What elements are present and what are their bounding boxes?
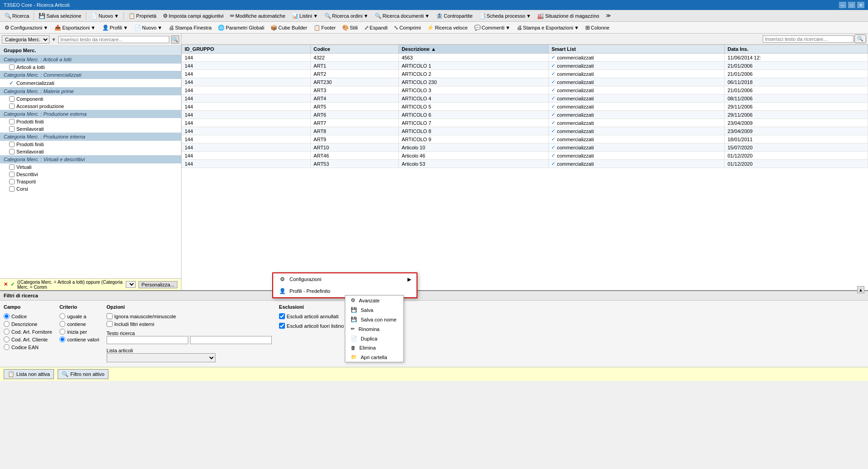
table-row[interactable]: 144ART3ARTICOLO 3✓commercializzati21/01/… xyxy=(182,86,868,94)
checkbox-articoli-lotti[interactable] xyxy=(9,64,15,70)
radio-uguale[interactable] xyxy=(59,313,65,319)
nuovo2-btn[interactable]: 📄 Nuovo ▼ xyxy=(132,23,165,33)
colonne-btn[interactable]: ⊞ Colonne xyxy=(583,23,612,33)
table-row[interactable]: 144ART230ARTICOLO 230✓commercializzati06… xyxy=(182,78,868,86)
lista-non-attiva-button[interactable]: 📋 Lista non attiva xyxy=(4,369,54,379)
checkbox-virtuali[interactable] xyxy=(9,164,15,170)
esportazioni-btn[interactable]: 📤 Esportazioni ▼ xyxy=(52,23,98,33)
table-row[interactable]: 144ART7ARTICOLO 7✓commercializzati23/04/… xyxy=(182,119,868,127)
table-row[interactable]: 144ART53Articolo 53✓commercializzati01/1… xyxy=(182,160,868,168)
modifiche-auto-button[interactable]: ✏ Modifiche automatiche xyxy=(227,11,288,21)
category-articoli-lotti[interactable]: Categoria Merc. : Articoli a lotti xyxy=(0,55,181,64)
extra-button[interactable]: ≫ xyxy=(603,11,614,21)
table-row[interactable]: 14443224563✓commercializzati11/06/2014 1… xyxy=(182,54,868,62)
close-button[interactable]: ✕ xyxy=(857,2,864,8)
category-materie-prime[interactable]: Categoria Merc. : Materie prime xyxy=(0,87,181,95)
tree-item-accessori[interactable]: Accessori produzione xyxy=(0,103,181,110)
col-data-ins[interactable]: Data Ins. xyxy=(725,45,868,54)
profili-btn[interactable]: 👤 Profili ▼ xyxy=(99,23,131,33)
table-row[interactable]: 144ART6ARTICOLO 6✓commercializzati29/11/… xyxy=(182,111,868,119)
personalizza-button[interactable]: Personalizza... xyxy=(138,281,177,288)
stampa-esp-btn[interactable]: 🖨 Stampa e Esportazioni ▼ xyxy=(514,23,582,33)
tree-item-prodotti-finiti-int[interactable]: Prodotti finiti xyxy=(0,141,181,148)
checkbox-prodotti-finiti-est[interactable] xyxy=(9,119,15,124)
filtro-non-attivo-button[interactable]: 🔍 Filtro non attivo xyxy=(58,369,108,379)
radio-contiene-valori[interactable] xyxy=(59,336,65,342)
ricerca-button[interactable]: 🔍 Ricerca xyxy=(2,11,32,21)
tree-item-virtuali[interactable]: Virtuali xyxy=(0,163,181,171)
ricerca-doc-button[interactable]: 🔍 Ricerca documenti ▼ xyxy=(372,11,432,21)
checkbox-componenti[interactable] xyxy=(9,96,15,102)
sub-apri-cartella[interactable]: 📁 Apri cartella xyxy=(345,352,403,362)
sub-duplica[interactable]: 📄 Duplica xyxy=(345,334,403,343)
radio-cod-fornitore[interactable] xyxy=(4,329,10,335)
stili-btn[interactable]: 🎨 Stili xyxy=(339,23,361,33)
checkbox-semilavorati-int[interactable] xyxy=(9,149,15,154)
filter-mode-select[interactable] xyxy=(126,281,136,288)
category-filter-select[interactable]: Categoria Merc. xyxy=(2,35,49,44)
tree-item-descrittivi[interactable]: Descrittivi xyxy=(0,171,181,178)
contropartite-button[interactable]: 🏦 Contropartite xyxy=(433,11,476,21)
sub-salva[interactable]: 💾 Salva xyxy=(345,305,403,315)
ignore-case-checkbox[interactable] xyxy=(107,313,113,319)
col-codice[interactable]: Codice xyxy=(311,45,399,54)
filter-apply-button[interactable]: ✓ xyxy=(10,281,15,287)
parametri-globali-btn[interactable]: 🌐 Parametri Globali xyxy=(215,23,267,33)
listini-button[interactable]: 📊 Listini ▼ xyxy=(289,11,321,21)
footer-btn[interactable]: 📋 Footer xyxy=(311,23,338,33)
nuovo-button[interactable]: 📄 Nuovo ▼ xyxy=(88,11,122,21)
minimize-button[interactable]: – xyxy=(839,2,846,8)
col-smart-list[interactable]: Smart List xyxy=(549,45,725,54)
filter-clear-button[interactable]: ✕ xyxy=(4,281,8,287)
table-row[interactable]: 144ART8ARTICOLO 8✓commercializzati23/04/… xyxy=(182,127,868,135)
testo-ricerca-input[interactable] xyxy=(107,336,188,344)
checkbox-fuori-listino[interactable] xyxy=(279,323,285,329)
includi-filtri-checkbox[interactable] xyxy=(107,321,113,327)
salva-selezione-button[interactable]: 💾 Salva selezione xyxy=(36,11,84,21)
table-row[interactable]: 144ART5ARTICOLO 5✓commercializzati29/11/… xyxy=(182,103,868,111)
expand-bottom-button[interactable]: ▲ xyxy=(857,286,864,293)
tree-item-semilavorati-est[interactable]: Semilavorati xyxy=(0,125,181,133)
table-row[interactable]: 144ART4ARTICOLO 4✓commercializzati08/11/… xyxy=(182,94,868,103)
sub-rinomina[interactable]: ✏ Rinomina xyxy=(345,324,403,334)
checkbox-descrittivi[interactable] xyxy=(9,172,15,177)
context-configurazioni[interactable]: ⚙ Configurazioni ▶ xyxy=(273,273,417,285)
tree-item-commercializzati[interactable]: ✓ Commercializzati xyxy=(0,79,181,87)
tree-item-trasporti[interactable]: Trasporti xyxy=(0,178,181,185)
checkbox-trasporti[interactable] xyxy=(9,179,15,184)
ricerca-ordini-button[interactable]: 🔍 Ricerca ordini ▼ xyxy=(322,11,371,21)
category-produzione-esterna[interactable]: Categoria Merc. : Produzione esterna xyxy=(0,110,181,118)
checkbox-annullati[interactable] xyxy=(279,313,285,319)
right-search-button[interactable]: 🔍 xyxy=(854,35,866,43)
checkbox-corsi[interactable] xyxy=(9,186,15,192)
col-id-gruppo[interactable]: ID_GRUPPO xyxy=(182,45,311,54)
comprimi-btn[interactable]: ⤡ Comprimi xyxy=(391,23,423,33)
sub-elimina[interactable]: 🗑 Elimina xyxy=(345,343,403,352)
tree-item-corsi[interactable]: Corsi xyxy=(0,185,181,193)
proprieta-button[interactable]: 📋 Proprietà xyxy=(126,11,159,21)
scheda-processo-button[interactable]: 📑 Scheda processo ▼ xyxy=(476,11,534,21)
left-search-button[interactable]: 🔍 xyxy=(171,35,179,44)
checkbox-prodotti-finiti-int[interactable] xyxy=(9,142,15,147)
checkbox-accessori[interactable] xyxy=(9,104,15,109)
tree-item-articoli-lotti[interactable]: Articoli a lotti xyxy=(0,64,181,71)
right-search-input[interactable] xyxy=(763,35,853,43)
radio-descrizione[interactable] xyxy=(4,321,10,327)
ricerca-veloce-btn[interactable]: ⚡ Ricerca veloce xyxy=(424,23,470,33)
category-produzione-interna[interactable]: Categoria Merc. : Produzione interna xyxy=(0,133,181,141)
table-row[interactable]: 144ART10Articolo 10✓commercializzati15/0… xyxy=(182,143,868,152)
radio-codice-ean[interactable] xyxy=(4,344,10,350)
configurazioni-btn[interactable]: ⚙ Configurazioni ▼ xyxy=(2,23,51,33)
radio-contiene[interactable] xyxy=(59,321,65,327)
lista-articoli-select[interactable] xyxy=(107,353,216,362)
stampa-finestra-btn[interactable]: 🖨 Stampa Finestra xyxy=(166,23,215,33)
sub-salva-con-nome[interactable]: 💾 Salva con nome xyxy=(345,315,403,324)
sub-avanzate[interactable]: ⚙ Avanzate xyxy=(345,296,403,305)
imposta-campi-button[interactable]: ⚙ Imposta campi aggiuntivi xyxy=(160,11,226,21)
radio-cod-cliente[interactable] xyxy=(4,336,10,342)
col-descrizione[interactable]: Descrizione ▲ xyxy=(399,45,549,54)
commenti-btn[interactable]: 💬 Commenti ▼ xyxy=(471,23,513,33)
table-row[interactable]: 144ART46Articolo 46✓commercializzati01/1… xyxy=(182,152,868,160)
tree-item-prodotti-finiti-est[interactable]: Prodotti finiti xyxy=(0,118,181,125)
left-search-input[interactable] xyxy=(58,36,169,43)
